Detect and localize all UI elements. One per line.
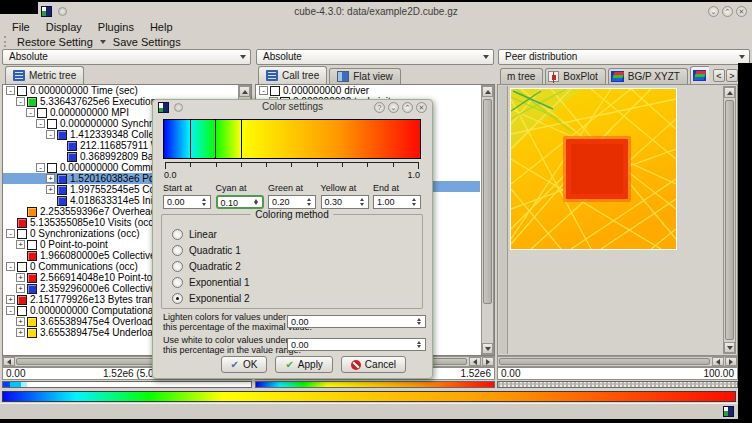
toolbar-handle[interactable]: [4, 36, 6, 47]
menu-item[interactable]: Display: [46, 21, 82, 33]
dialog-button[interactable]: OK: [221, 356, 268, 373]
dialog-titlebar-button[interactable]: ⌄: [388, 102, 399, 113]
spinbox[interactable]: 0.30: [321, 195, 369, 209]
scroll-down-button[interactable]: [482, 343, 493, 354]
spinner-arrows-icon[interactable]: [358, 197, 366, 207]
tab-scroll-right-button[interactable]: >: [726, 69, 738, 82]
dialog-button[interactable]: Cancel: [341, 356, 406, 373]
system-vertical-scrollbar[interactable]: [723, 86, 736, 354]
system-tab[interactable]: App 256x256: [690, 66, 709, 84]
expander-icon[interactable]: [16, 284, 25, 293]
window-button[interactable]: ✕: [736, 6, 747, 17]
scrollbar-thumb[interactable]: [483, 99, 492, 304]
expander-icon[interactable]: [16, 240, 25, 249]
chevron-down-icon[interactable]: [100, 40, 106, 44]
expander-icon[interactable]: [6, 306, 15, 315]
spinbox[interactable]: 0.00: [163, 195, 211, 209]
expander-icon[interactable]: [16, 328, 25, 337]
system-tab[interactable]: BoxPlot: [545, 68, 605, 84]
spinner-arrows-icon[interactable]: [200, 197, 208, 207]
metric-mode-combo[interactable]: Absolute: [2, 49, 251, 65]
menu-item[interactable]: Plugins: [98, 21, 134, 33]
expander-icon[interactable]: [6, 262, 15, 271]
window-button[interactable]: ⌄: [708, 6, 719, 17]
titlebar-menu-icon[interactable]: [58, 7, 67, 16]
system-mode-combo[interactable]: Peer distribution: [498, 49, 750, 65]
tree-row-label: 0.000000000 driver: [283, 85, 369, 96]
tab-flat-view[interactable]: Flat view: [329, 68, 400, 84]
coloring-method-radio[interactable]: Exponential 2: [172, 290, 250, 306]
tree-row[interactable]: 0.000000000 Time (sec): [3, 85, 251, 96]
scroll-up-button[interactable]: [239, 86, 250, 97]
expander-icon[interactable]: [46, 130, 55, 139]
status-min-value: 0.00: [501, 368, 520, 379]
spinner-arrows-icon[interactable]: [410, 197, 418, 207]
field-label: Cyan at: [216, 183, 264, 195]
titlebar[interactable]: cube-4.3.0: data/example2D.cube.gz ⌄⌃✕: [0, 4, 752, 19]
expander-icon[interactable]: [6, 295, 15, 304]
spinner-arrows-icon[interactable]: [252, 198, 260, 206]
expander-icon[interactable]: [36, 163, 45, 172]
scrollbar-thumb[interactable]: [725, 100, 734, 340]
expander-icon[interactable]: [46, 174, 55, 183]
scrollbar-thumb[interactable]: [499, 358, 710, 365]
toolbar: Restore Setting Save Settings: [0, 34, 740, 49]
radio-label: Quadratic 2: [189, 261, 241, 272]
scroll-right-button[interactable]: [482, 357, 494, 366]
menu-item[interactable]: Help: [150, 21, 173, 33]
expander-icon[interactable]: [16, 317, 25, 326]
topology-toolbar-strip[interactable]: [499, 86, 508, 354]
window-button[interactable]: ⌃: [722, 6, 733, 17]
call-vertical-scrollbar[interactable]: [481, 85, 494, 355]
scroll-up-button[interactable]: [724, 87, 735, 98]
lighten-spinbox[interactable]: 0.00: [287, 315, 426, 328]
system-tab[interactable]: m tree: [500, 68, 543, 84]
spinbox[interactable]: 1.00: [373, 195, 421, 209]
dialog-titlebar-button[interactable]: ⌃: [402, 102, 413, 113]
color-gradient-preview: [163, 119, 421, 159]
system-horizontal-scrollbar[interactable]: [497, 356, 738, 367]
tab-call-tree[interactable]: Call tree: [258, 66, 327, 84]
expander-icon[interactable]: [6, 86, 15, 95]
expander-icon[interactable]: [26, 108, 35, 117]
tab-icon: [611, 71, 624, 82]
scroll-left-button[interactable]: [712, 357, 724, 366]
tree-row[interactable]: 0.000000000 driver: [256, 85, 494, 96]
expander-icon[interactable]: [36, 119, 45, 128]
tab-scroll-left-button[interactable]: <: [713, 69, 725, 82]
expander-icon[interactable]: [16, 273, 25, 282]
spinner-arrows-icon[interactable]: [305, 197, 313, 207]
expander-icon[interactable]: [259, 86, 268, 95]
expander-icon[interactable]: [16, 97, 25, 106]
system-tab[interactable]: BG/P XYZT: [608, 68, 688, 84]
save-settings-button[interactable]: Save Settings: [113, 36, 181, 48]
dialog-titlebar-button[interactable]: ?: [374, 102, 385, 113]
scroll-left-button[interactable]: [3, 357, 15, 366]
scroll-up-button[interactable]: [482, 86, 493, 97]
coloring-method-radio[interactable]: Linear: [172, 226, 250, 242]
white-spinbox[interactable]: 0.00: [287, 338, 426, 351]
coloring-method-radio[interactable]: Quadratic 1: [172, 242, 250, 258]
tab-metric-tree[interactable]: Metric tree: [5, 66, 84, 84]
spinner-arrows-icon[interactable]: [415, 317, 423, 326]
chevron-down-icon: [739, 55, 745, 59]
scroll-down-button[interactable]: [724, 342, 735, 353]
spinner-arrows-icon[interactable]: [415, 340, 423, 349]
dialog-titlebar[interactable]: Color settings ?⌄⌃✕: [153, 100, 432, 115]
dialog-button[interactable]: Apply: [275, 356, 332, 373]
scroll-right-button[interactable]: [725, 357, 737, 366]
spinbox[interactable]: 0.20: [268, 195, 316, 209]
expander-icon[interactable]: [46, 185, 55, 194]
restore-setting-button[interactable]: Restore Setting: [17, 36, 93, 48]
color-stop-field: Cyan at 0.10: [216, 183, 264, 211]
topology-heatmap[interactable]: [510, 88, 677, 250]
menu-item[interactable]: File: [12, 21, 30, 33]
dialog-titlebar-button[interactable]: ✕: [416, 102, 427, 113]
coloring-method-radio[interactable]: Exponential 1: [172, 274, 250, 290]
expander-icon[interactable]: [6, 229, 15, 238]
spinbox[interactable]: 0.10: [216, 195, 264, 209]
coloring-method-radio[interactable]: Quadratic 2: [172, 258, 250, 274]
chevron-down-icon: [483, 55, 489, 59]
scroll-left-button[interactable]: [469, 357, 481, 366]
call-mode-combo[interactable]: Absolute: [256, 49, 494, 65]
